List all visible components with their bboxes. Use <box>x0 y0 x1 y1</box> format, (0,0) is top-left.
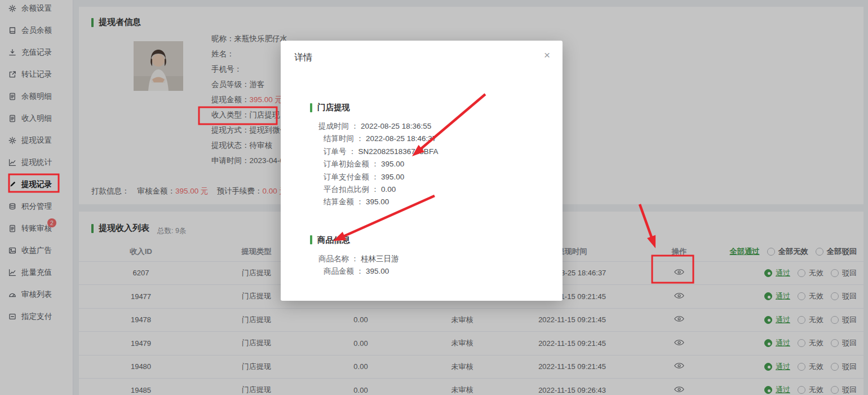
section-title-bar <box>310 103 312 112</box>
detail-label: 结算时间 ： <box>324 134 366 143</box>
detail-value: 2022-08-25 18:36:55 <box>361 122 431 130</box>
modal-detail-item: 提成时间 ： 2022-08-25 18:36:55 <box>310 120 549 133</box>
detail-value: 395.00 <box>366 198 389 206</box>
detail-value: 0.00 <box>381 185 396 194</box>
detail-value: SN2208251836765BFA <box>358 147 439 156</box>
modal-section-title: 商品信息 <box>310 235 549 245</box>
section-title-bar <box>310 235 312 244</box>
detail-label: 商品金额 ： <box>324 267 366 275</box>
modal-detail-item: 商品金额 ： 395.00 <box>310 265 549 278</box>
detail-label: 订单初始金额 ： <box>324 160 381 168</box>
modal-detail-item: 平台扣点比例 ： 0.00 <box>310 183 549 196</box>
detail-value: 395.00 <box>381 173 404 181</box>
detail-value: 395.00 <box>366 267 389 275</box>
modal-section-1: 门店提现提成时间 ： 2022-08-25 18:36:55结算时间 ： 202… <box>296 102 549 209</box>
modal-section-title: 门店提现 <box>310 102 549 113</box>
modal-detail-item: 订单号 ： SN2208251836765BFA <box>310 146 549 158</box>
modal-section-items: 商品名称 ： 桂林三日游商品金额 ： 395.00 <box>310 253 549 278</box>
modal-section-2: 商品信息商品名称 ： 桂林三日游商品金额 ： 395.00 <box>296 235 549 278</box>
modal-detail-item: 商品名称 ： 桂林三日游 <box>310 253 549 265</box>
detail-label: 商品名称 ： <box>318 254 361 263</box>
detail-modal: 详情 × 门店提现提成时间 ： 2022-08-25 18:36:55结算时间 … <box>281 41 563 301</box>
detail-value: 395.00 <box>381 160 404 168</box>
detail-label: 提成时间 ： <box>318 122 361 130</box>
modal-section-title-text: 商品信息 <box>317 235 350 245</box>
modal-detail-item: 结算时间 ： 2022-08-25 18:46:37 <box>310 133 549 145</box>
detail-label: 订单支付金额 ： <box>324 173 381 181</box>
detail-value: 2022-08-25 18:46:37 <box>366 134 436 143</box>
app-root: { "colors": { "accent_green": "#45A050",… <box>0 0 868 395</box>
detail-label: 订单号 ： <box>324 147 358 156</box>
modal-detail-item: 订单支付金额 ： 395.00 <box>310 171 549 183</box>
modal-title: 详情 <box>294 52 549 64</box>
detail-value: 桂林三日游 <box>361 254 399 263</box>
modal-body: 门店提现提成时间 ： 2022-08-25 18:36:55结算时间 ： 202… <box>294 102 549 278</box>
modal-section-items: 提成时间 ： 2022-08-25 18:36:55结算时间 ： 2022-08… <box>310 120 549 209</box>
modal-detail-item: 订单初始金额 ： 395.00 <box>310 158 549 170</box>
close-icon[interactable]: × <box>544 50 550 60</box>
modal-detail-item: 结算金额 ： 395.00 <box>310 196 549 208</box>
detail-label: 结算金额 ： <box>324 198 366 206</box>
detail-label: 平台扣点比例 ： <box>324 185 381 194</box>
modal-section-title-text: 门店提现 <box>317 102 350 113</box>
